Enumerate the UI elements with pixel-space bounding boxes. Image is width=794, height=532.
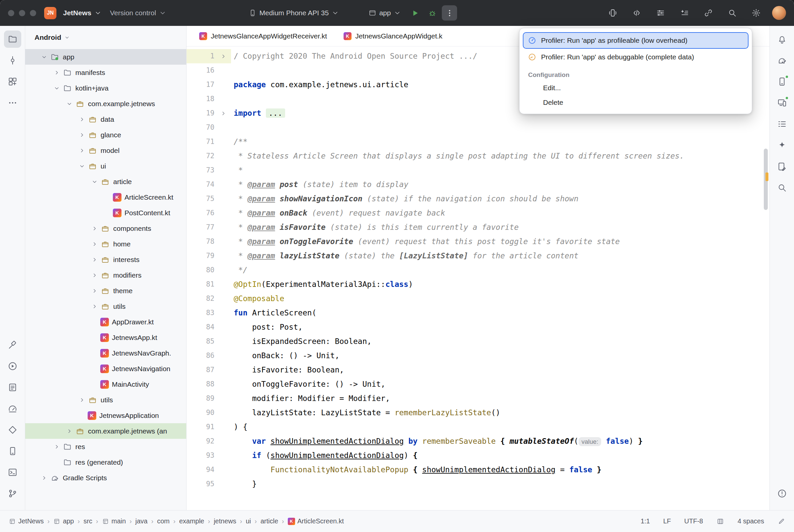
chevron-right-icon[interactable]: [64, 425, 75, 437]
tool-project-folder-button[interactable]: [4, 31, 21, 48]
fold-marker-icon[interactable]: [216, 106, 231, 120]
close-button[interactable]: [8, 10, 14, 16]
minimize-button[interactable]: [19, 10, 25, 16]
display-filters-button[interactable]: [653, 6, 668, 20]
ai-actions-button[interactable]: [677, 6, 692, 20]
cursor-position[interactable]: 1:1: [641, 517, 650, 525]
project-view-selector[interactable]: Android: [25, 26, 186, 49]
line-number[interactable]: 83: [187, 306, 216, 320]
tool-gradle-button[interactable]: [773, 52, 791, 69]
chevron-down-icon[interactable]: [76, 160, 88, 172]
line-separator[interactable]: LF: [663, 517, 671, 525]
settings-button[interactable]: [749, 6, 763, 20]
line-number[interactable]: 85: [187, 334, 216, 348]
chevron-right-icon[interactable]: [89, 285, 100, 297]
breadcrumb-java[interactable]: java: [135, 517, 148, 525]
tool-running-devices-button[interactable]: [773, 94, 791, 111]
chevron-right-icon[interactable]: [89, 301, 100, 312]
tool-more-button[interactable]: [4, 94, 21, 111]
editor-columns-icon[interactable]: [716, 517, 724, 525]
popup-item-profiler-run-app-as-profileable-low-over[interactable]: Profiler: Run 'app' as profileable (low …: [523, 32, 749, 49]
tree-item-components[interactable]: components: [25, 221, 186, 236]
chevron-down-icon[interactable]: [38, 52, 50, 63]
line-number[interactable]: 75: [187, 192, 216, 206]
tree-item-article[interactable]: article: [25, 174, 186, 189]
line-number[interactable]: 17: [187, 78, 216, 92]
chevron-down-icon[interactable]: [51, 82, 62, 94]
line-number[interactable]: 88: [187, 377, 216, 392]
readonly-toggle-icon[interactable]: [777, 517, 786, 525]
chevron-right-icon[interactable]: [76, 394, 88, 406]
tool-device-manager-button[interactable]: [773, 73, 791, 90]
chevron-right-icon[interactable]: [76, 145, 88, 156]
indent-setting[interactable]: 4 spaces: [738, 517, 764, 525]
line-number[interactable]: 74: [187, 177, 216, 192]
tool-find-button[interactable]: [773, 179, 791, 196]
editor-scrollbar[interactable]: [763, 49, 769, 508]
breadcrumb-src[interactable]: src: [83, 517, 92, 525]
tool-gemini-button[interactable]: [773, 137, 791, 154]
tree-item-res[interactable]: res: [25, 439, 186, 454]
line-number[interactable]: 82: [187, 291, 216, 306]
line-number[interactable]: 94: [187, 463, 216, 477]
breadcrumb-articlescreen-kt[interactable]: KArticleScreen.kt: [288, 517, 344, 525]
line-number[interactable]: 80: [187, 263, 216, 277]
chevron-down-icon[interactable]: [64, 98, 75, 110]
tool-changes-button[interactable]: [773, 158, 791, 175]
line-number[interactable]: 77: [187, 220, 216, 234]
fold-marker-icon[interactable]: [216, 49, 231, 63]
file-encoding[interactable]: UTF-8: [684, 517, 703, 525]
search-button[interactable]: [725, 6, 740, 20]
editor-tab-jetnewsglanceappwidget-k[interactable]: KJetnewsGlanceAppWidget.k: [336, 26, 450, 46]
tree-item-res-generated[interactable]: res (generated): [25, 454, 186, 470]
tree-item-com-example-jetnews-an[interactable]: com.example.jetnews (an: [25, 423, 186, 439]
tool-build-button[interactable]: [4, 336, 21, 354]
more-run-options-button[interactable]: [442, 5, 457, 21]
device-selector[interactable]: Medium Phone API 35: [245, 6, 343, 20]
line-number[interactable]: 19: [187, 106, 216, 120]
tree-item-modifiers[interactable]: modifiers: [25, 267, 186, 283]
editor-code-area[interactable]: 1/ Copyright 2020 The Android Open Sourc…: [187, 46, 770, 510]
project-menu[interactable]: JetNews: [59, 6, 106, 20]
tree-item-jetnewsnavgraph[interactable]: KJetnewsNavGraph.: [25, 345, 186, 361]
tree-item-jetnewsapplication[interactable]: KJetnewsApplication: [25, 407, 186, 423]
tree-item-theme[interactable]: theme: [25, 283, 186, 299]
tree-item-glance[interactable]: glance: [25, 127, 186, 142]
chevron-down-icon[interactable]: [89, 176, 100, 187]
chevron-right-icon[interactable]: [89, 254, 100, 265]
line-number[interactable]: 72: [187, 149, 216, 163]
breadcrumb-jetnews[interactable]: jetnews: [214, 517, 236, 525]
line-number[interactable]: 76: [187, 206, 216, 220]
line-number[interactable]: 91: [187, 420, 216, 434]
tool-commit-button[interactable]: [4, 52, 21, 69]
tool-version-control-button[interactable]: [4, 485, 21, 502]
chevron-right-icon[interactable]: [89, 270, 100, 281]
tree-item-interests[interactable]: interests: [25, 252, 186, 267]
tree-item-ui[interactable]: ui: [25, 158, 186, 174]
tree-item-jetnewsnavigation[interactable]: KJetnewsNavigation: [25, 361, 186, 377]
tool-device-explorer-button[interactable]: [4, 442, 21, 460]
breadcrumb-article[interactable]: article: [261, 517, 278, 525]
breadcrumb-ui[interactable]: ui: [246, 517, 251, 525]
chevron-right-icon[interactable]: [89, 239, 100, 250]
tool-profiler-button[interactable]: [4, 400, 21, 417]
inspection-marker[interactable]: [765, 172, 769, 181]
popup-item-profiler-run-app-as-debuggable-complete-[interactable]: Profiler: Run 'app' as debuggable (compl…: [523, 49, 749, 65]
tool-app-inspection-button[interactable]: [4, 421, 21, 438]
tree-item-manifests[interactable]: manifests: [25, 65, 186, 80]
tool-terminal-button[interactable]: [4, 464, 21, 481]
tree-item-kotlin-java[interactable]: kotlin+java: [25, 80, 186, 96]
line-number[interactable]: 92: [187, 434, 216, 449]
tree-item-mainactivity[interactable]: KMainActivity: [25, 377, 186, 392]
line-number[interactable]: 87: [187, 363, 216, 377]
breadcrumb-main[interactable]: main: [102, 517, 126, 525]
tree-item-com-example-jetnews[interactable]: com.example.jetnews: [25, 96, 186, 111]
run-configuration-selector[interactable]: app: [365, 6, 405, 20]
breadcrumb-example[interactable]: example: [179, 517, 204, 525]
breadcrumb-jetnews[interactable]: JetNews: [8, 517, 44, 525]
tree-item-postcontent-kt[interactable]: KPostContent.kt: [25, 205, 186, 221]
editor-tab-jetnewsglanceappwidgetreceiver-kt[interactable]: KJetnewsGlanceAppWidgetReceiver.kt: [192, 26, 334, 46]
tool-notifications-button[interactable]: [773, 31, 791, 48]
line-number[interactable]: 89: [187, 392, 216, 406]
line-number[interactable]: 93: [187, 449, 216, 463]
